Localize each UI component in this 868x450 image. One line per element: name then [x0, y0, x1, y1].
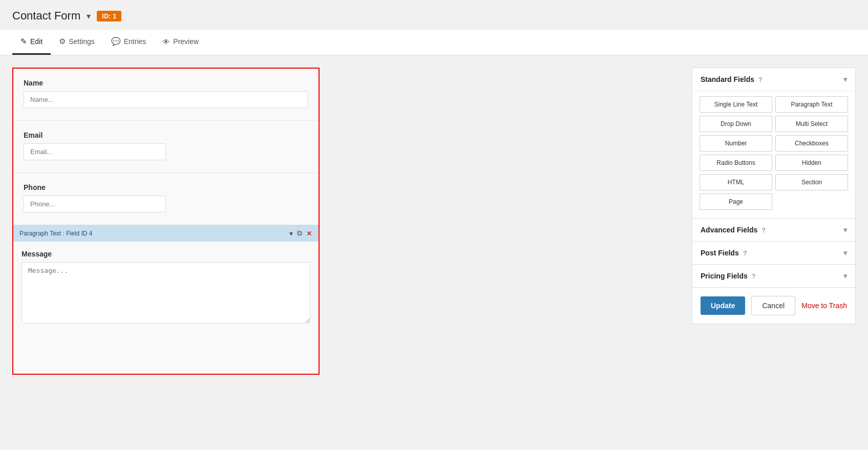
bottom-bar: Update Cancel Move to Trash — [692, 288, 856, 324]
sidebar: Standard Fields ? ▾ Single Line Text Par… — [692, 68, 856, 324]
field-btn-radio-buttons[interactable]: Radio Buttons — [700, 155, 772, 171]
field-name-block: Name — [13, 69, 319, 120]
pricing-fields-title: Pricing Fields — [701, 272, 748, 280]
field-btn-paragraph-text[interactable]: Paragraph Text — [775, 96, 848, 113]
tab-entries[interactable]: 💬 Entries — [103, 30, 155, 55]
field-phone-label: Phone — [24, 183, 308, 191]
field-btn-html[interactable]: HTML — [700, 174, 772, 190]
field-btn-empty — [775, 194, 848, 210]
field-email-label: Email — [24, 131, 308, 139]
tab-settings[interactable]: ⚙ Settings — [51, 30, 103, 55]
paragraph-field-copy-icon[interactable]: ⧉ — [297, 229, 302, 238]
cancel-button[interactable]: Cancel — [751, 296, 795, 315]
post-fields-header-left: Post Fields ? — [701, 249, 747, 257]
update-button[interactable]: Update — [701, 296, 745, 315]
paragraph-field-label: Message — [22, 250, 310, 258]
field-email-input[interactable] — [24, 143, 166, 160]
pricing-fields-help-icon[interactable]: ? — [752, 272, 756, 280]
paragraph-field-textarea[interactable] — [22, 262, 310, 324]
pricing-fields-header-left: Pricing Fields ? — [701, 272, 756, 280]
settings-icon: ⚙ — [59, 37, 66, 46]
title-chevron-icon[interactable]: ▾ — [87, 11, 91, 21]
paragraph-field-body: Message — [13, 242, 319, 335]
advanced-fields-header-left: Advanced Fields ? — [701, 226, 766, 234]
field-btn-section[interactable]: Section — [775, 174, 848, 190]
paragraph-field-wrapper: Paragraph Text : Field ID 4 ▾ ⧉ ✕ Messag… — [13, 225, 319, 335]
post-fields-help-icon[interactable]: ? — [743, 249, 747, 257]
paragraph-field-actions: ▾ ⧉ ✕ — [289, 229, 312, 238]
field-btn-page[interactable]: Page — [700, 194, 772, 210]
tab-bar: ✎ Edit ⚙ Settings 💬 Entries 👁 Preview — [0, 30, 868, 55]
tab-preview[interactable]: 👁 Preview — [154, 30, 207, 55]
standard-fields-header[interactable]: Standard Fields ? ▾ — [692, 68, 855, 91]
tab-edit-label: Edit — [30, 37, 43, 46]
pricing-fields-header[interactable]: Pricing Fields ? ▾ — [692, 265, 855, 287]
field-btn-number[interactable]: Number — [700, 135, 772, 152]
post-fields-title: Post Fields — [701, 249, 739, 257]
advanced-fields-title: Advanced Fields — [701, 226, 757, 234]
advanced-fields-help-icon[interactable]: ? — [761, 226, 766, 234]
tab-preview-label: Preview — [173, 37, 199, 46]
standard-fields-help-icon[interactable]: ? — [758, 76, 763, 83]
paragraph-field-chevron-icon[interactable]: ▾ — [289, 229, 293, 238]
field-name-input[interactable] — [24, 91, 308, 108]
advanced-fields-header[interactable]: Advanced Fields ? ▾ — [692, 219, 855, 241]
field-btn-checkboxes[interactable]: Checkboxes — [775, 135, 848, 152]
form-id-badge: ID: 1 — [97, 11, 121, 22]
page-title: Contact Form — [12, 9, 80, 23]
field-btn-drop-down[interactable]: Drop Down — [700, 116, 772, 132]
standard-fields-title: Standard Fields — [701, 75, 754, 83]
standard-fields-chevron-icon[interactable]: ▾ — [843, 75, 847, 83]
standard-fields-section: Standard Fields ? ▾ Single Line Text Par… — [692, 68, 856, 219]
pricing-fields-section: Pricing Fields ? ▾ — [692, 265, 856, 288]
paragraph-field-header: Paragraph Text : Field ID 4 ▾ ⧉ ✕ — [13, 225, 319, 242]
field-phone-input[interactable] — [24, 196, 166, 212]
paragraph-field-id-label: Paragraph Text : Field ID 4 — [19, 230, 93, 237]
tab-settings-label: Settings — [69, 37, 95, 46]
field-email-block: Email — [13, 120, 319, 173]
post-fields-chevron-icon[interactable]: ▾ — [843, 249, 847, 257]
preview-icon: 👁 — [162, 37, 170, 46]
standard-fields-header-left: Standard Fields ? — [701, 75, 763, 83]
field-phone-block: Phone — [13, 173, 319, 225]
advanced-fields-section: Advanced Fields ? ▾ — [692, 219, 856, 242]
post-fields-section: Post Fields ? ▾ — [692, 242, 856, 265]
edit-icon: ✎ — [20, 37, 27, 46]
page-header: Contact Form ▾ ID: 1 — [0, 0, 868, 30]
tab-edit[interactable]: ✎ Edit — [12, 30, 51, 55]
tab-entries-label: Entries — [124, 37, 146, 46]
advanced-fields-chevron-icon[interactable]: ▾ — [843, 226, 847, 234]
field-btn-multi-select[interactable]: Multi Select — [775, 116, 848, 132]
entries-icon: 💬 — [111, 37, 121, 46]
field-btn-single-line-text[interactable]: Single Line Text — [700, 96, 772, 113]
field-name-label: Name — [24, 79, 308, 87]
form-canvas: Name Email Phone Paragraph Text : Field … — [12, 68, 320, 375]
move-to-trash-button[interactable]: Move to Trash — [801, 302, 847, 310]
pricing-fields-chevron-icon[interactable]: ▾ — [843, 272, 847, 280]
main-layout: Name Email Phone Paragraph Text : Field … — [0, 55, 868, 387]
post-fields-header[interactable]: Post Fields ? ▾ — [692, 242, 855, 264]
standard-fields-grid: Single Line Text Paragraph Text Drop Dow… — [692, 91, 855, 218]
field-btn-hidden[interactable]: Hidden — [775, 155, 848, 171]
paragraph-field-close-icon[interactable]: ✕ — [306, 229, 312, 238]
